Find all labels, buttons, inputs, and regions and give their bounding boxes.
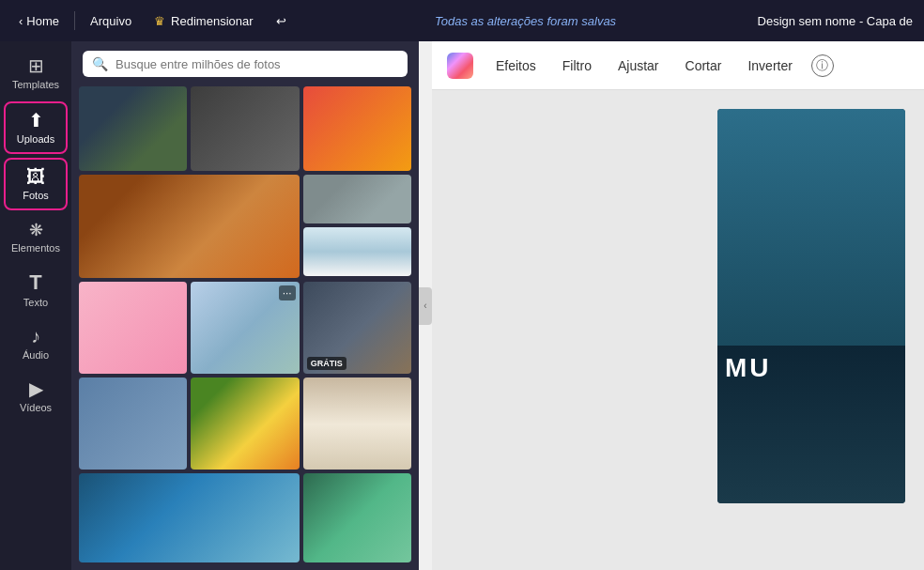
more-options-button[interactable]: ··· — [279, 285, 296, 300]
edit-toolbar: Efeitos Filtro Ajustar Cortar Inverter ⓘ — [432, 41, 924, 90]
sidebar-item-templates[interactable]: ⊞ Templates — [4, 49, 68, 98]
back-icon: ‹ — [19, 14, 23, 28]
main-layout: ⊞ Templates ⬆ Uploads 🖼 Fotos ❋ Elemento… — [0, 41, 924, 570]
arquivo-button[interactable]: Arquivo — [83, 10, 139, 32]
gratis-badge: GRÁTIS — [307, 357, 346, 370]
elementos-icon: ❋ — [29, 222, 43, 239]
sidebar-item-uploads[interactable]: ⬆ Uploads — [4, 101, 68, 154]
photo-item[interactable] — [303, 227, 411, 276]
arquivo-label: Arquivo — [90, 14, 131, 28]
sidebar: ⊞ Templates ⬆ Uploads 🖼 Fotos ❋ Elemento… — [0, 41, 71, 570]
back-home-button[interactable]: ‹ Home — [11, 10, 67, 32]
preview-bottom: MU — [717, 346, 905, 503]
canvas-area: MU — [432, 90, 924, 570]
photo-col — [303, 175, 411, 278]
topbar: ‹ Home Arquivo ♛ Redimensionar ↩ Todas a… — [0, 0, 924, 41]
cortar-button[interactable]: Cortar — [674, 53, 733, 79]
audio-icon: ♪ — [31, 327, 40, 346]
photo-item[interactable] — [303, 473, 411, 562]
photo-item[interactable] — [79, 282, 187, 374]
photo-grid: ··· GRÁTIS — [71, 86, 419, 570]
info-button[interactable]: ⓘ — [811, 54, 834, 77]
fotos-icon: 🖼 — [26, 167, 45, 186]
filtro-button[interactable]: Filtro — [551, 53, 603, 79]
search-input[interactable] — [116, 57, 398, 71]
panel-search-area: 🔍 — [71, 41, 419, 86]
undo-button[interactable]: ↩ — [269, 10, 294, 32]
texto-icon: T — [29, 272, 41, 293]
collapse-icon: ‹ — [424, 300, 426, 311]
preview-card: MU — [717, 109, 905, 503]
sidebar-item-texto[interactable]: T Texto — [4, 265, 68, 316]
elementos-label: Elementos — [11, 242, 60, 254]
preview-top — [717, 109, 905, 346]
content-area: Efeitos Filtro Ajustar Cortar Inverter ⓘ… — [432, 41, 924, 570]
photo-item[interactable] — [191, 86, 299, 171]
redimensionar-label: Redimensionar — [171, 14, 253, 28]
topbar-center: Todas as alterações foram salvas — [301, 14, 750, 28]
videos-icon: ▶ — [29, 379, 43, 398]
uploads-label: Uploads — [17, 133, 54, 145]
design-title: Design sem nome - Capa de — [758, 14, 913, 28]
photo-item[interactable] — [303, 175, 411, 223]
templates-icon: ⊞ — [28, 56, 44, 75]
undo-icon: ↩ — [276, 14, 286, 28]
photo-item[interactable] — [303, 377, 411, 470]
sidebar-item-videos[interactable]: ▶ Vídeos — [4, 372, 68, 421]
photo-item[interactable] — [79, 377, 187, 470]
photo-item[interactable]: ··· — [191, 282, 299, 374]
photo-item[interactable] — [79, 175, 300, 278]
redimensionar-button[interactable]: ♛ Redimensionar — [146, 10, 260, 32]
saved-status: Todas as alterações foram salvas — [435, 14, 616, 28]
search-box: 🔍 — [83, 51, 408, 77]
panel-collapse-handle[interactable]: ‹ — [419, 287, 432, 325]
preview-text: MU — [725, 353, 772, 383]
ajustar-button[interactable]: Ajustar — [607, 53, 670, 79]
audio-label: Áudio — [23, 349, 49, 361]
topbar-divider — [74, 11, 75, 30]
texto-label: Texto — [23, 297, 48, 308]
crown-icon: ♛ — [154, 14, 165, 28]
sidebar-item-fotos[interactable]: 🖼 Fotos — [4, 158, 68, 210]
photo-item[interactable]: GRÁTIS — [303, 282, 411, 374]
sidebar-item-elementos[interactable]: ❋ Elementos — [4, 214, 68, 261]
photo-item[interactable] — [79, 86, 187, 171]
search-icon: 🔍 — [92, 56, 108, 71]
fotos-label: Fotos — [23, 190, 49, 201]
videos-label: Vídeos — [20, 402, 52, 413]
efeitos-button[interactable]: Efeitos — [485, 53, 547, 79]
uploads-icon: ⬆ — [28, 111, 44, 130]
photo-item[interactable] — [303, 86, 411, 171]
sidebar-item-audio[interactable]: ♪ Áudio — [4, 319, 68, 368]
photo-item[interactable] — [79, 473, 300, 562]
inverter-button[interactable]: Inverter — [736, 53, 803, 79]
photo-item[interactable] — [191, 377, 299, 470]
photo-panel: 🔍 — [71, 41, 419, 570]
gradient-effect-icon — [447, 53, 473, 79]
home-label: Home — [26, 14, 59, 28]
templates-label: Templates — [12, 79, 59, 90]
